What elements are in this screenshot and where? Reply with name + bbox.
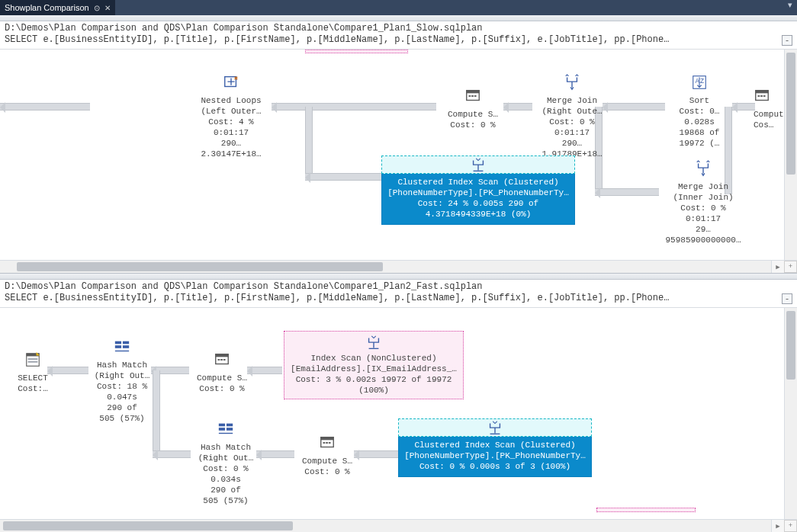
merge-join-icon [564,74,580,91]
op-sort[interactable]: Sort Cost: 0… 0.028s 19868 of 19972 (… [667,74,731,149]
plan1-info: D:\Demos\Plan Comparison and QDS\Plan Co… [0,21,797,50]
scroll-right-icon[interactable]: ▶ [771,261,784,273]
plan1-horizontal-scrollbar[interactable]: ▶ + [0,260,797,273]
op-clustered-index-scan-selected[interactable]: Clustered Index Scan (Clustered) [PhoneN… [381,173,575,225]
op-hash-match[interactable]: Hash Match (Right Out… Cost: 0 % 0.034s … [189,421,262,506]
title-bar: Showplan Comparison ⊙ ✕ ▾ [0,0,797,15]
flow-arrow [153,450,191,458]
op-hash-match[interactable]: Hash Match (Right Out… Cost: 18 % 0.047s… [85,338,159,424]
plan2-path: D:\Demos\Plan Comparison and QDS\Plan Co… [5,281,792,293]
plan1-collapse-button[interactable]: - [782,35,792,46]
highlight-region-pink [596,508,696,512]
clustered-index-scan-icon [470,157,487,174]
plan-pane-fast: D:\Demos\Plan Comparison and QDS\Plan Co… [0,274,797,532]
compute-scalar-icon [319,434,336,451]
compute-scalar-icon [464,88,481,104]
op-compute-scalar-edge[interactable]: Compute… Cos… [754,88,784,130]
plan2-collapse-button[interactable]: - [782,293,792,304]
highlight-region-pink [305,50,408,53]
plan1-path: D:\Demos\Plan Comparison and QDS\Plan Co… [5,23,792,34]
hash-match-icon [114,338,130,355]
sort-icon [691,74,708,91]
plan1-canvas[interactable]: Nested Loops (Left Outer… Cost: 4 % 0:01… [0,50,784,260]
tab-title: Showplan Comparison [5,3,89,12]
select-icon [24,351,41,368]
scrollbar-thumb[interactable] [786,53,795,175]
op-compute-scalar[interactable]: Compute S… Cost: 0 % [188,351,256,394]
flow-arrow [305,173,381,181]
op-clustered-index-scan-selected[interactable]: Clustered Index Scan (Clustered) [PhoneN… [398,436,592,477]
flow-arrow [732,103,755,111]
zoom-corner-button[interactable]: + [784,520,797,532]
plan2-vertical-scrollbar[interactable] [784,308,797,519]
hash-match-icon [217,421,234,437]
op-merge-join-inner[interactable]: Merge Join (Inner Join) Cost: 0 % 0:01:1… [657,160,749,245]
plan1-vertical-scrollbar[interactable] [784,50,797,260]
scrollbar-thumb[interactable] [786,311,795,380]
plan1-query: SELECT e.[BusinessEntityID], p.[Title], … [5,34,792,46]
flow-arrow [503,103,532,111]
op-compute-scalar[interactable]: Compute S… Cost: 0 % [293,434,362,477]
flow-arrow [0,103,90,111]
op-nested-loops[interactable]: Nested Loops (Left Outer… Cost: 4 % 0:01… [189,74,273,159]
plan2-query: SELECT e.[BusinessEntityID], p.[Title], … [5,293,792,304]
nested-loops-icon [223,74,239,91]
merge-join-icon [695,160,712,177]
plan2-canvas[interactable]: SELECT Cost:… Hash Match (Right Out… Cos… [0,308,784,519]
op-select[interactable]: SELECT Cost:… [11,351,55,394]
flow-arrow [272,103,436,111]
flow-arrow [305,107,313,179]
zoom-corner-button[interactable]: + [784,261,797,273]
tab-showplan-comparison[interactable]: Showplan Comparison ⊙ ✕ [0,0,115,15]
scrollbar-thumb[interactable] [3,521,293,530]
window-options-icon[interactable]: ▾ [783,0,797,15]
op-compute-scalar[interactable]: Compute S… Cost: 0 % [439,88,507,130]
index-scan-icon [365,335,382,351]
compute-scalar-icon [214,351,230,368]
pane-grip[interactable] [0,274,797,280]
op-merge-join[interactable]: Merge Join (Right Oute… Cost: 0 % 0:01:1… [534,74,610,159]
plan2-info: D:\Demos\Plan Comparison and QDS\Plan Co… [0,280,797,308]
plan-pane-slow: D:\Demos\Plan Comparison and QDS\Plan Co… [0,15,797,274]
op-index-scan-highlight[interactable]: Index Scan (NonClustered) [EmailAddress]… [284,331,464,399]
clustered-index-scan-icon [487,420,503,437]
pane-grip[interactable] [0,15,797,21]
pin-icon[interactable]: ⊙ [94,4,100,12]
plan2-horizontal-scrollbar[interactable]: ▶ + [0,519,797,532]
flow-arrow [603,103,665,111]
flow-arrow [595,188,659,196]
close-icon[interactable]: ✕ [104,4,111,12]
scrollbar-thumb[interactable] [17,262,383,271]
compute-scalar-icon [754,88,770,104]
scroll-right-icon[interactable]: ▶ [771,520,784,532]
